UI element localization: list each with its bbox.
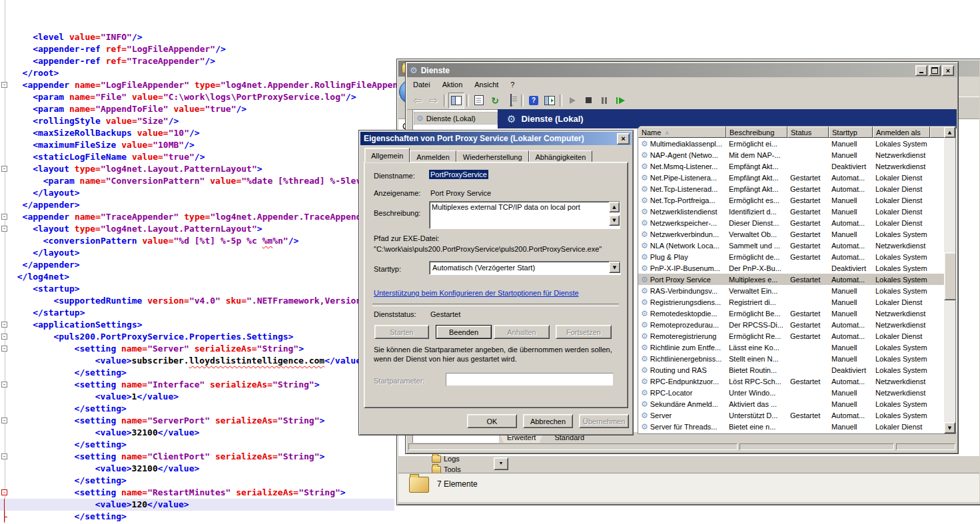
fold-collapse-icon[interactable]: - (1, 346, 7, 352)
table-row[interactable]: ⚙Remoteprozedurau...Der RPCSS-Di...Gesta… (638, 319, 944, 330)
scroll-up-icon[interactable]: ▲ (609, 202, 620, 212)
table-row[interactable]: ⚙Plug & PlayErmöglicht de...GestartetAut… (638, 251, 944, 262)
table-row[interactable]: ⚙Net.Pipe-Listenera...Empfängt Akt...Ges… (638, 172, 944, 183)
pane-header-title: Dienste (Lokal) (521, 114, 583, 124)
table-row[interactable]: ⚙NLA (Network Loca...Sammelt und ...Gest… (638, 240, 944, 251)
fold-collapse-icon[interactable]: - (1, 334, 7, 340)
abbrechen-button[interactable]: Abbrechen (523, 414, 573, 428)
minimize-icon[interactable] (915, 65, 927, 76)
start-service-icon[interactable] (564, 93, 580, 109)
dialog-title: Eigenschaften von Port Proxy Service (Lo… (364, 134, 584, 143)
export-list-icon[interactable]: → (503, 93, 519, 109)
table-row[interactable]: ⚙Registrierungsdiens...Registriert di...… (638, 296, 944, 308)
fortsetzen-button[interactable]: Fortsetzen (556, 325, 612, 339)
table-row[interactable]: ⚙Richtlinienergebniss...Stellt einen N..… (638, 353, 944, 364)
tab-allgemein[interactable]: Allgemein (364, 148, 410, 162)
service-gear-icon: ⚙ (641, 288, 648, 294)
table-row[interactable]: ⚙Routing und RASBietet Routin...Deaktivi… (638, 364, 944, 376)
tab-wiederherstellung[interactable]: Wiederherstellung (456, 150, 529, 162)
maximize-icon[interactable] (929, 65, 941, 76)
table-row[interactable]: ⚙PnP-X-IP-Busenum...Der PnP-X-Bu...Deakt… (638, 262, 944, 274)
table-row[interactable]: ⚙Server für Threads...Bietet eine n...Ma… (638, 421, 944, 432)
column-header-status[interactable]: Status (787, 127, 829, 138)
stop-service-icon[interactable] (580, 93, 596, 109)
services-titlebar[interactable]: ⚙ Dienste × (407, 63, 957, 77)
code-line[interactable]: <level value="INFO"/> (0, 31, 980, 43)
column-header-name[interactable]: Name▲ (638, 127, 726, 138)
service-gear-icon: ⚙ (641, 333, 648, 340)
table-row[interactable]: ⚙Multimediaklassenpl...Ermöglicht ei...M… (638, 138, 944, 149)
fold-collapse-icon[interactable]: - (1, 214, 7, 220)
dropdown-arrow-button[interactable]: ▼ (494, 457, 508, 470)
table-row[interactable]: ⚙Port Proxy ServiceMultiplexes e...Gesta… (638, 274, 944, 285)
table-row[interactable]: ⚙RemoteregistrierungErmöglicht Re...Gest… (638, 330, 944, 342)
startoptions-help-link[interactable]: Unterstützung beim Konfigurieren der Sta… (374, 289, 579, 297)
console-tree-icon[interactable] (448, 93, 464, 109)
menu-item-aktion[interactable]: Aktion (436, 79, 469, 91)
table-row[interactable]: ⚙RPC-Endpunktzuor...Löst RPC-Sch...Gesta… (638, 376, 944, 387)
menu-item-datei[interactable]: Datei (407, 79, 436, 91)
folder-icon (409, 477, 429, 493)
code-line[interactable]: <appender-ref ref="LogFileAppender"/> (0, 43, 980, 55)
starten-button[interactable]: Starten (374, 325, 429, 339)
column-header-anmeldenals[interactable]: Anmelden als (873, 127, 930, 138)
column-header-starttyp[interactable]: Starttyp (829, 127, 873, 138)
table-row[interactable]: ⚙Net.Tcp-Portfreiga...Ermöglicht es...Ge… (638, 194, 944, 206)
pause-service-icon[interactable] (596, 93, 612, 109)
action-pane-icon[interactable] (542, 93, 558, 109)
table-row[interactable]: ⚙Net.Tcp-Listenerad...Empfängt Akt...Ges… (638, 183, 944, 194)
table-row[interactable]: ⚙Sekundäre Anmeld...Aktiviert das ...Man… (638, 398, 944, 409)
explorer-tree-item[interactable]: Logs (432, 455, 460, 463)
tab-anmelden[interactable]: Anmelden (410, 150, 456, 162)
close-icon[interactable]: × (942, 65, 954, 76)
table-row[interactable]: ⚙ServerUnterstützt D...GestartetAutomat.… (638, 409, 944, 421)
table-row[interactable]: ⚙Net.Msmq-Listener...Empfängt Akt...Deak… (638, 160, 944, 172)
restart-service-icon[interactable] (612, 93, 628, 109)
tab-abhngigkeiten[interactable]: Abhängigkeiten (529, 150, 593, 162)
scrollbar-thumb[interactable] (944, 252, 956, 300)
column-header-beschreibung[interactable]: Beschreibung (726, 127, 787, 138)
forward-icon[interactable]: ⇨ (426, 93, 442, 109)
scroll-up-icon[interactable]: ▲ (944, 127, 955, 138)
properties-icon[interactable] (471, 93, 487, 109)
startparameter-input[interactable] (446, 373, 614, 386)
toolbar-separator (466, 95, 469, 107)
fold-collapse-icon[interactable]: - (1, 322, 7, 328)
service-gear-icon: ⚙ (641, 242, 648, 249)
fold-collapse-icon[interactable]: - (1, 417, 7, 423)
table-scrollbar[interactable]: ▲ ▼ (944, 127, 955, 433)
tree-root-item[interactable]: ⚙ Dienste (Lokal) (414, 113, 497, 124)
service-gear-icon: ⚙ (641, 344, 648, 351)
scroll-down-icon[interactable]: ▼ (944, 422, 955, 433)
menu-item-ansicht[interactable]: Ansicht (468, 79, 504, 91)
dialog-titlebar[interactable]: Eigenschaften von Port Proxy Service (Lo… (360, 132, 632, 145)
table-row[interactable]: ⚙Remotedesktopdie...Ermöglicht Be...Gest… (638, 308, 944, 319)
table-row[interactable]: ⚙Netzwerkverbindun...Verwaltet Ob...Gest… (638, 228, 944, 240)
table-row[interactable]: ⚙RPC-LocatorUnter Windo...ManuellNetzwer… (638, 387, 944, 398)
close-icon[interactable]: × (617, 133, 630, 144)
fold-collapse-icon[interactable]: - (1, 226, 7, 232)
back-icon[interactable]: ⇦ (410, 93, 426, 109)
uebernehmen-button[interactable]: Übernehmen (579, 414, 629, 428)
chevron-down-icon[interactable]: ▼ (609, 262, 620, 273)
table-row[interactable]: ⚙Richtlinie zum Entfe...Lässt eine Ko...… (638, 342, 944, 353)
starttyp-combobox[interactable]: Automatisch (Verzögerter Start) ▼ (429, 261, 621, 275)
fold-collapse-icon[interactable]: - (1, 453, 7, 459)
help-icon[interactable]: ? (526, 93, 542, 109)
beenden-button[interactable]: Beenden (436, 325, 492, 339)
table-row[interactable]: ⚙NetzwerklistendienstIdentifiziert d...G… (638, 206, 944, 217)
refresh-icon[interactable]: ↻ (487, 93, 503, 109)
fold-collapse-icon[interactable]: - (1, 166, 7, 172)
menu-item-[interactable]: ? (504, 79, 520, 91)
anhalten-button[interactable]: Anhalten (494, 325, 550, 339)
table-row[interactable]: ⚙NAP-Agent (Netwo...Mit dem NAP-...Manue… (638, 149, 944, 160)
fold-collapse-icon[interactable]: - (1, 82, 7, 88)
table-row[interactable]: ⚙Netzwerkspeicher-...Dieser Dienst...Ges… (638, 217, 944, 228)
ok-button[interactable]: OK (467, 414, 517, 428)
fold-collapse-icon[interactable]: - (1, 489, 7, 495)
table-row[interactable]: ⚙RAS-Verbindungsv...Verwaltet Ein...Manu… (638, 285, 944, 296)
code-line[interactable]: </setting> (0, 511, 980, 523)
scroll-down-icon[interactable]: ▼ (609, 215, 620, 226)
fold-collapse-icon[interactable]: - (1, 382, 7, 388)
beschreibung-textbox[interactable]: Multiplexes external TCP/IP data on loca… (429, 201, 620, 229)
